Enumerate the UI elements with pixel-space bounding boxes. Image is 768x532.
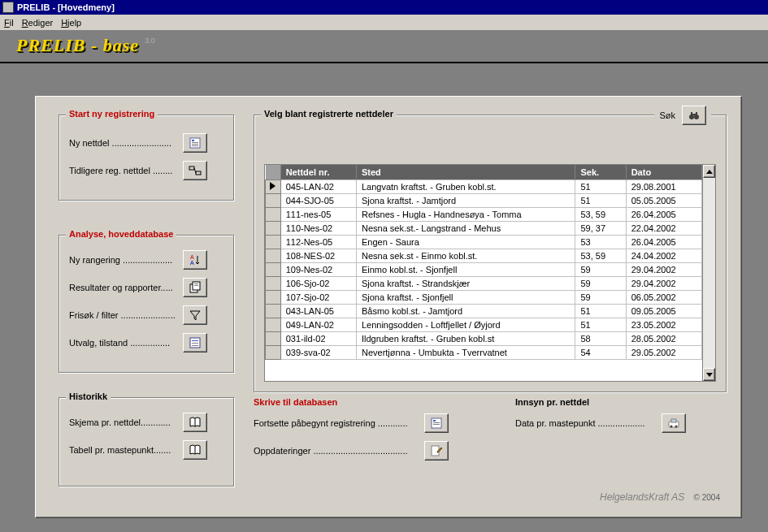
cell-id[interactable]: 108-NES-02 [280, 249, 356, 263]
cell-id[interactable]: 109-Nes-02 [280, 263, 356, 277]
table-row[interactable]: 109-Nes-02Einmo kobl.st. - Sjonfjell5929… [266, 263, 702, 277]
cell-sted[interactable]: Sjona kraftst. - Sjonfjell [356, 291, 575, 305]
cell-id[interactable]: 106-Sjo-02 [280, 277, 356, 291]
tidligere-reg-button[interactable] [183, 161, 207, 180]
row-selector[interactable] [266, 263, 281, 277]
cell-id[interactable]: 043-LAN-05 [280, 305, 356, 318]
sok-button[interactable] [682, 106, 706, 125]
frisok-button[interactable] [183, 305, 207, 325]
row-selector[interactable] [266, 208, 281, 222]
cell-sek[interactable]: 51 [575, 180, 626, 194]
scroll-up-button[interactable] [703, 165, 715, 178]
cell-sted[interactable]: Båsmo kobl.st. - Jamtjord [356, 305, 575, 318]
table-row[interactable]: 108-NES-02Nesna sek.st - Einmo kobl.st.5… [266, 249, 702, 263]
cell-dato[interactable]: 28.05.2002 [626, 332, 701, 346]
table-row[interactable]: 044-SJO-05Sjona kraftst. - Jamtjord5105.… [266, 194, 702, 208]
cell-dato[interactable]: 23.05.2002 [626, 318, 701, 332]
cell-id[interactable]: 044-SJO-05 [280, 194, 356, 208]
cell-sted[interactable]: Einmo kobl.st. - Sjonfjell [356, 263, 575, 277]
cell-sek[interactable]: 59 [575, 277, 626, 291]
cell-id[interactable]: 107-Sjo-02 [280, 291, 356, 305]
data-pr-button[interactable] [662, 413, 686, 433]
table-row[interactable]: 110-Nes-02Nesna sek.st.- Langstrand - Me… [266, 222, 702, 236]
cell-sted[interactable]: Nevertjønna - Umbukta - Tverrvatnet [356, 346, 575, 360]
ny-rangering-button[interactable]: AA [183, 250, 207, 270]
cell-dato[interactable]: 29.04.2002 [626, 263, 701, 277]
cell-dato[interactable]: 29.04.2002 [626, 277, 701, 291]
cell-id[interactable]: 039-sva-02 [280, 346, 356, 360]
cell-sted[interactable]: Langvatn kraftst. - Gruben kobl.st. [356, 180, 575, 194]
col-nettdel-nr[interactable]: Nettdel nr. [280, 165, 356, 180]
table-row[interactable]: 045-LAN-02Langvatn kraftst. - Gruben kob… [266, 180, 702, 194]
nettdeler-grid[interactable]: Nettdel nr. Sted Sek. Dato 045-LAN-02Lan… [264, 164, 716, 382]
cell-sted[interactable]: Ildgruben kraftst. - Gruben kobl.st [356, 332, 575, 346]
cell-sek[interactable]: 54 [575, 346, 626, 360]
cell-id[interactable]: 112-Nes-05 [280, 236, 356, 249]
cell-sted[interactable]: Sjona kraftst. - Jamtjord [356, 194, 575, 208]
cell-sted[interactable]: Refsnes - Hugla - Handnesøya - Tomma [356, 208, 575, 222]
cell-dato[interactable]: 09.05.2005 [626, 305, 701, 318]
table-row[interactable]: 043-LAN-05Båsmo kobl.st. - Jamtjord5109.… [266, 305, 702, 318]
cell-sek[interactable]: 59 [575, 263, 626, 277]
table-row[interactable]: 031-ild-02Ildgruben kraftst. - Gruben ko… [266, 332, 702, 346]
row-selector[interactable] [266, 332, 281, 346]
table-row[interactable]: 112-Nes-05Engen - Saura5326.04.2005 [266, 236, 702, 249]
cell-sek[interactable]: 51 [575, 305, 626, 318]
oppdateringer-button[interactable] [424, 441, 449, 461]
cell-sted[interactable]: Engen - Saura [356, 236, 575, 249]
cell-sek[interactable]: 59, 37 [575, 222, 626, 236]
cell-sek[interactable]: 59 [575, 291, 626, 305]
row-selector[interactable] [266, 222, 281, 236]
cell-dato[interactable]: 22.04.2002 [626, 222, 701, 236]
scroll-track[interactable] [703, 178, 715, 368]
table-row[interactable]: 107-Sjo-02Sjona kraftst. - Sjonfjell5906… [266, 291, 702, 305]
cell-sek[interactable]: 53, 59 [575, 249, 626, 263]
table-row[interactable]: 049-LAN-02Lenningsodden - Loftfjellet / … [266, 318, 702, 332]
cell-dato[interactable]: 06.05.2002 [626, 291, 701, 305]
table-row[interactable]: 106-Sjo-02Sjona kraftst. - Strandskjær59… [266, 277, 702, 291]
cell-dato[interactable]: 26.04.2005 [626, 236, 701, 249]
cell-dato[interactable]: 29.05.2002 [626, 346, 701, 360]
cell-sek[interactable]: 58 [575, 332, 626, 346]
cell-sek[interactable]: 51 [575, 318, 626, 332]
cell-id[interactable]: 031-ild-02 [280, 332, 356, 346]
cell-id[interactable]: 045-LAN-02 [280, 180, 356, 194]
row-selector[interactable] [266, 194, 281, 208]
menu-fil[interactable]: Fil [4, 18, 14, 28]
row-selector[interactable] [266, 305, 281, 318]
skjema-button[interactable] [183, 413, 207, 432]
row-selector[interactable] [266, 236, 281, 249]
cell-sted[interactable]: Nesna sek.st - Einmo kobl.st. [356, 249, 575, 263]
cell-sek[interactable]: 53 [575, 236, 626, 249]
row-selector[interactable] [266, 346, 281, 360]
row-selector[interactable] [266, 180, 281, 194]
col-dato[interactable]: Dato [626, 165, 701, 180]
col-sek[interactable]: Sek. [575, 165, 626, 180]
cell-dato[interactable]: 29.08.2001 [626, 180, 701, 194]
cell-sek[interactable]: 51 [575, 194, 626, 208]
cell-id[interactable]: 110-Nes-02 [280, 222, 356, 236]
table-row[interactable]: 039-sva-02Nevertjønna - Umbukta - Tverrv… [266, 346, 702, 360]
row-selector[interactable] [266, 277, 281, 291]
cell-dato[interactable]: 24.04.2002 [626, 249, 701, 263]
row-selector[interactable] [266, 249, 281, 263]
row-selector[interactable] [266, 291, 281, 305]
cell-id[interactable]: 049-LAN-02 [280, 318, 356, 332]
utvalg-button[interactable] [183, 333, 207, 353]
cell-dato[interactable]: 26.04.2005 [626, 208, 701, 222]
row-selector[interactable] [266, 318, 281, 332]
menu-rediger[interactable]: Rediger [22, 18, 54, 28]
col-sted[interactable]: Sted [356, 165, 575, 180]
grid-scrollbar[interactable] [702, 165, 715, 381]
menu-hjelp[interactable]: Hjelp [61, 18, 81, 28]
resultater-button[interactable] [183, 278, 207, 297]
scroll-down-button[interactable] [703, 368, 715, 381]
table-row[interactable]: 111-nes-05Refsnes - Hugla - Handnesøya -… [266, 208, 702, 222]
cell-sted[interactable]: Sjona kraftst. - Strandskjær [356, 277, 575, 291]
cell-id[interactable]: 111-nes-05 [280, 208, 356, 222]
cell-sted[interactable]: Lenningsodden - Loftfjellet / Øyjord [356, 318, 575, 332]
ny-nettdel-button[interactable] [183, 133, 207, 153]
fortsette-button[interactable] [424, 413, 449, 433]
cell-sted[interactable]: Nesna sek.st.- Langstrand - Mehus [356, 222, 575, 236]
cell-sek[interactable]: 53, 59 [575, 208, 626, 222]
